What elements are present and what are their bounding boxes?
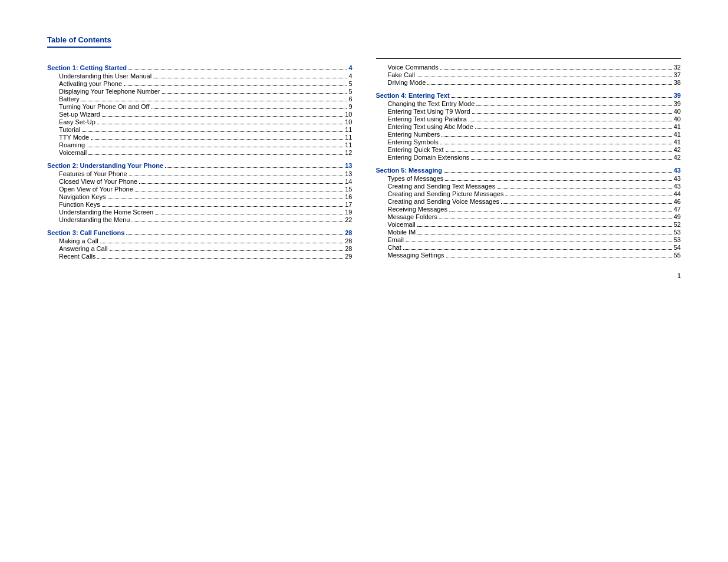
- dots: [449, 211, 672, 211]
- list-item: Mobile IM53: [376, 229, 681, 236]
- item-page-num: 14: [345, 178, 352, 185]
- list-item: Types of Messages43: [376, 175, 681, 182]
- item-page-num: 22: [345, 216, 352, 223]
- item-page-num: 12: [345, 149, 352, 156]
- item-text: Voice Commands: [388, 64, 439, 71]
- list-item: TTY Mode11: [47, 134, 353, 141]
- item-text: Recent Calls: [59, 253, 95, 260]
- dots: [445, 180, 671, 181]
- dots: [497, 188, 672, 189]
- dots: [162, 93, 347, 94]
- dots: [131, 222, 343, 222]
- list-item: Voicemail12: [47, 149, 353, 156]
- dots: [417, 77, 672, 77]
- item-text: Answering a Call: [59, 245, 108, 252]
- dots: [91, 139, 343, 140]
- item-page-num: 41: [674, 138, 681, 146]
- item-page-num: 55: [674, 252, 681, 259]
- item-page-num: 17: [345, 201, 352, 208]
- section-page-num: 13: [345, 162, 352, 169]
- list-item: Entering Domain Extensions42: [376, 154, 681, 161]
- item-page-num: 29: [345, 253, 352, 260]
- item-text: Entering Domain Extensions: [388, 154, 470, 161]
- list-item: Changing the Text Entry Mode39: [376, 100, 681, 107]
- item-text: Voicemail: [388, 221, 416, 228]
- item-page-num: 44: [674, 190, 681, 197]
- section-heading-text: Section 4: Entering Text: [376, 92, 450, 99]
- item-text: Understanding the Home Screen: [59, 209, 153, 216]
- item-text: Tutorial: [59, 126, 80, 133]
- right-column: Voice Commands32Fake Call37Driving Mode3…: [376, 58, 681, 259]
- section-heading-text: Section 3: Call Functions: [47, 229, 124, 236]
- dots: [124, 85, 347, 86]
- section-heading-text: Section 5: Messaging: [376, 167, 442, 174]
- section-heading-text: Section 2: Understanding Your Phone: [47, 162, 163, 169]
- dots: [102, 206, 344, 207]
- page: Table of Contents Section 1: Getting Sta…: [0, 0, 728, 315]
- item-text: Roaming: [59, 141, 85, 148]
- list-item: Understanding this User Manual4: [47, 72, 353, 80]
- dots: [151, 108, 347, 109]
- list-item: Understanding the Menu22: [47, 216, 353, 223]
- item-text: Turning Your Phone On and Off: [59, 103, 150, 110]
- item-text: Entering Text using Palabra: [388, 115, 467, 123]
- list-item: Entering Numbers41: [376, 131, 681, 138]
- section-heading: Section 4: Entering Text39: [376, 92, 681, 99]
- list-item: Turning Your Phone On and Off9: [47, 103, 353, 110]
- list-item: Messaging Settings55: [376, 252, 681, 259]
- list-item: Creating and Sending Text Messages43: [376, 183, 681, 190]
- dots: [110, 250, 344, 251]
- list-item: Activating your Phone5: [47, 80, 353, 87]
- section-page-num: 43: [674, 167, 681, 174]
- list-item: Creating and Sending Voice Messages46: [376, 198, 681, 205]
- item-text: Message Folders: [388, 213, 437, 220]
- dots: [501, 203, 672, 204]
- item-text: Entering Text using Abc Mode: [388, 123, 473, 130]
- dots: [155, 214, 343, 214]
- dots: [139, 183, 343, 184]
- section-page-num: 4: [348, 64, 352, 71]
- page-number: 1: [47, 272, 681, 279]
- list-item: Entering Text using Abc Mode41: [376, 123, 681, 130]
- item-page-num: 13: [345, 170, 352, 177]
- item-page-num: 53: [674, 236, 681, 243]
- list-item: Features of Your Phone13: [47, 170, 353, 177]
- item-page-num: 5: [348, 80, 352, 87]
- item-text: Chat: [388, 244, 401, 251]
- dots: [440, 69, 672, 70]
- item-page-num: 28: [345, 245, 352, 252]
- item-text: Understanding this User Manual: [59, 72, 151, 80]
- dots: [88, 154, 343, 155]
- item-text: Voicemail: [59, 149, 87, 156]
- item-text: Closed View of Your Phone: [59, 178, 137, 185]
- dots: [97, 124, 344, 124]
- item-text: Function Keys: [59, 201, 100, 208]
- page-title: Table of Contents: [47, 35, 111, 48]
- item-text: Entering Symbols: [388, 138, 439, 146]
- dots: [153, 78, 347, 78]
- list-item: Chat54: [376, 244, 681, 251]
- dots: [403, 249, 672, 250]
- dots: [472, 113, 672, 114]
- item-text: Set-up Wizard: [59, 111, 100, 118]
- list-item: Email53: [376, 236, 681, 243]
- item-page-num: 40: [674, 115, 681, 123]
- item-page-num: 5: [348, 88, 352, 95]
- item-text: Fake Call: [388, 71, 415, 78]
- section-heading: Section 1: Getting Started4: [47, 64, 353, 71]
- item-page-num: 40: [674, 108, 681, 115]
- item-page-num: 32: [674, 64, 681, 71]
- item-page-num: 6: [348, 95, 352, 103]
- item-text: Understanding the Menu: [59, 216, 130, 223]
- item-page-num: 52: [674, 221, 681, 228]
- item-text: Entering Quick Text: [388, 146, 444, 153]
- list-item: Function Keys17: [47, 201, 353, 208]
- list-item: Making a Call28: [47, 237, 353, 244]
- item-page-num: 42: [674, 154, 681, 161]
- item-page-num: 43: [674, 175, 681, 182]
- item-text: Driving Mode: [388, 79, 426, 86]
- item-text: Activating your Phone: [59, 80, 122, 87]
- dots: [444, 172, 672, 173]
- dots: [505, 196, 671, 196]
- dots: [82, 131, 343, 132]
